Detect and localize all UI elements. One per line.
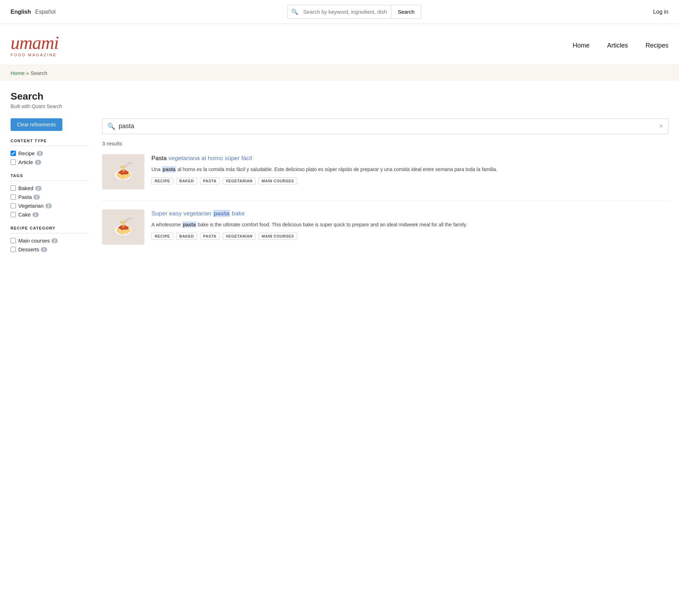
nav-articles[interactable]: Articles (607, 42, 628, 49)
main-nav: Home Articles Recipes (573, 42, 668, 49)
filter-section-tags: TAGS Baked 2 Pasta 2 Vegetarian 2 (11, 174, 88, 218)
tag-vegetarian-1: VEGETARIAN (223, 177, 256, 184)
breadcrumb-separator: » (26, 70, 31, 76)
filter-checkbox-pasta[interactable] (11, 194, 16, 200)
nav-recipes[interactable]: Recipes (646, 42, 668, 49)
clear-refinements-button[interactable]: Clear refinements (11, 118, 62, 131)
result-divider (102, 201, 668, 201)
filter-count-article: 1 (35, 160, 41, 165)
filter-count-cake: 1 (32, 212, 39, 217)
filter-item-vegetarian: Vegetarian 2 (11, 203, 88, 209)
page-content: Search Built with Quant Search Clear ref… (0, 81, 679, 275)
filter-item-main-courses: Main courses 2 (11, 238, 88, 244)
food-image-2 (102, 209, 144, 245)
page-subtitle: Built with Quant Search (11, 103, 668, 109)
tag-list-2: RECIPE BAKED PASTA VEGETARIAN MAIN COURS… (151, 233, 668, 240)
result-title-link-1[interactable]: vegetariana al horno súper fácil (168, 155, 252, 162)
result-title-text-1: Pasta (151, 155, 168, 162)
brand-nav: umami FOOD MAGAZINE Home Articles Recipe… (0, 24, 679, 65)
search-box-input[interactable] (119, 122, 659, 130)
search-box: 🔍 × (102, 118, 668, 134)
lang-espanol[interactable]: Español (35, 9, 56, 15)
filter-checkbox-baked[interactable] (11, 186, 16, 191)
result-thumbnail-1 (102, 154, 144, 189)
filter-item-baked: Baked 2 (11, 185, 88, 191)
filter-item-desserts: Desserts 1 (11, 246, 88, 252)
filter-title-content-type: CONTENT TYPE (11, 139, 88, 146)
tag-list-1: RECIPE BAKED PASTA VEGETARIAN MAIN COURS… (151, 177, 668, 184)
search-layout: Clear refinements CONTENT TYPE Recipe 3 … (11, 118, 668, 261)
filter-item-pasta: Pasta 2 (11, 194, 88, 200)
filter-checkbox-cake[interactable] (11, 212, 16, 217)
filter-title-tags: TAGS (11, 174, 88, 181)
tag-pasta-2: PASTA (200, 233, 220, 240)
filter-label-cake: Cake (18, 212, 31, 218)
filter-section-recipe-category: RECIPE CATEGORY Main courses 2 Desserts … (11, 226, 88, 252)
result-item-2: Super easy vegetarian pasta bake A whole… (102, 209, 668, 245)
result-content-1: Pasta vegetariana al horno súper fácil U… (151, 154, 668, 189)
tag-recipe-1: RECIPE (151, 177, 173, 184)
search-box-icon: 🔍 (107, 122, 115, 130)
brand-name: umami (11, 34, 59, 52)
filter-count-baked: 2 (35, 186, 42, 191)
top-search-button[interactable]: Search (391, 5, 421, 18)
tag-main-courses-2: MAIN COURSES (258, 233, 297, 240)
filter-label-baked: Baked (18, 185, 33, 191)
tag-pasta-1: PASTA (200, 177, 220, 184)
highlight-pasta-1: pasta (162, 166, 176, 172)
filter-item-cake: Cake 1 (11, 212, 88, 218)
login-link[interactable]: Log in (653, 9, 668, 15)
page-title: Search (11, 91, 668, 102)
tag-vegetarian-2: VEGETARIAN (223, 233, 256, 240)
filter-item-article: Article 1 (11, 159, 88, 165)
filter-checkbox-main-courses[interactable] (11, 238, 16, 243)
filter-checkbox-article[interactable] (11, 159, 16, 165)
filter-count-pasta: 2 (33, 195, 40, 200)
filter-count-recipe: 3 (37, 151, 43, 156)
search-icon: 🔍 (288, 8, 302, 15)
lang-english[interactable]: English (11, 9, 31, 15)
results-count: 3 results (102, 140, 668, 146)
tag-main-courses-1: MAIN COURSES (258, 177, 297, 184)
filter-checkbox-vegetarian[interactable] (11, 203, 16, 208)
nav-home[interactable]: Home (573, 42, 590, 49)
top-search-input[interactable] (302, 5, 391, 18)
top-bar: English Español 🔍 Search Log in (0, 0, 679, 24)
language-switcher: English Español (11, 9, 56, 15)
results-main: 🔍 × 3 results Pasta vegetariana al horno… (102, 118, 668, 261)
result-item: Pasta vegetariana al horno súper fácil U… (102, 154, 668, 189)
filter-label-vegetarian: Vegetarian (18, 203, 44, 209)
result-title-link-2[interactable]: Super easy vegetarian pasta bake (151, 210, 245, 217)
breadcrumb-home[interactable]: Home (11, 70, 25, 76)
filter-count-vegetarian: 2 (45, 203, 52, 208)
filter-section-content-type: CONTENT TYPE Recipe 3 Article 1 (11, 139, 88, 165)
result-desc-1: Una pasta al horno es la comida más fáci… (151, 165, 668, 173)
result-thumbnail-2 (102, 209, 144, 245)
filter-label-recipe: Recipe (18, 150, 35, 156)
filter-checkbox-desserts[interactable] (11, 247, 16, 252)
breadcrumb-current: Search (31, 70, 48, 76)
highlight-pasta-title-2: pasta (213, 210, 230, 217)
tag-baked-2: BAKED (176, 233, 197, 240)
filter-label-main-courses: Main courses (18, 238, 50, 244)
clear-search-icon[interactable]: × (659, 122, 663, 130)
food-image-1 (102, 154, 144, 189)
filter-count-main-courses: 2 (51, 238, 58, 243)
result-desc-2: A wholesome pasta bake is the ultimate c… (151, 221, 668, 228)
filter-label-article: Article (18, 159, 33, 165)
breadcrumb-bar: Home » Search (0, 65, 679, 81)
tag-baked-1: BAKED (176, 177, 197, 184)
filter-label-desserts: Desserts (18, 246, 39, 252)
tag-recipe-2: RECIPE (151, 233, 173, 240)
brand-sub: FOOD MAGAZINE (11, 53, 57, 57)
highlight-pasta-2: pasta (182, 221, 197, 228)
filter-checkbox-recipe[interactable] (11, 151, 16, 156)
filter-label-pasta: Pasta (18, 194, 32, 200)
breadcrumb: Home » Search (11, 70, 668, 76)
filter-title-recipe-category: RECIPE CATEGORY (11, 226, 88, 233)
sidebar: Clear refinements CONTENT TYPE Recipe 3 … (11, 118, 88, 261)
filter-item-recipe: Recipe 3 (11, 150, 88, 156)
result-content-2: Super easy vegetarian pasta bake A whole… (151, 209, 668, 245)
brand-logo[interactable]: umami FOOD MAGAZINE (11, 34, 59, 57)
result-title-1: Pasta vegetariana al horno súper fácil (151, 154, 668, 163)
